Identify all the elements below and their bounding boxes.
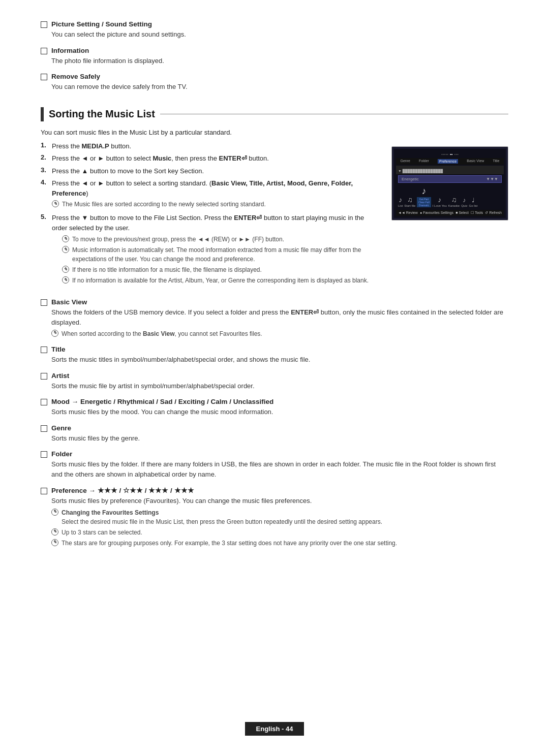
- step-1: 1. Press the MEDIA.P button.: [41, 141, 381, 151]
- step-5-note-4: ✎ If no information is available for the…: [62, 276, 381, 285]
- main-section-title: Sorting the Music List: [49, 108, 155, 120]
- note-icon: ✎: [52, 200, 59, 207]
- preference-body: Sorts music files by preference (Favouri…: [51, 496, 508, 548]
- screen-music-row: ♪ List ♫ Start file ♪ Get Part Clear Fal…: [396, 184, 504, 208]
- subsection-mood: Mood → Energetic / Rhythmical / Sad / Ex…: [41, 398, 508, 417]
- information-body: The photo file information is displayed.: [51, 56, 508, 66]
- pref-note-3: ✎ The stars are for grouping purposes on…: [51, 539, 508, 548]
- numbered-list: 1. Press the MEDIA.P button. 2. Press th…: [41, 141, 381, 287]
- page-footer: English - 44: [0, 722, 549, 736]
- footer-label: English - 44: [245, 722, 304, 736]
- remove-safely-body: You can remove the device safely from th…: [51, 82, 508, 92]
- screen-inner: ••••• •• ••• Genre Folder Preference Bas…: [394, 149, 506, 218]
- mood-title: Mood → Energetic / Rhythmical / Sad / Ex…: [41, 398, 508, 405]
- checkbox-icon-preference: [41, 488, 47, 494]
- subsection-artist: Artist Sorts the music file by artist in…: [41, 372, 508, 391]
- checkbox-icon-genre: [41, 425, 47, 432]
- title-body: Sorts the music titles in symbol/number/…: [51, 355, 508, 365]
- step-5: 5. Press the ▼ button to move to the Fil…: [41, 213, 381, 287]
- section-rule: [160, 114, 508, 114]
- checkbox-icon-mood: [41, 399, 47, 405]
- screen-footer: ◄◄ Review ● Favourites Settings ■ Select…: [396, 210, 504, 216]
- screenshot-box: ••••• •• ••• Genre Folder Preference Bas…: [391, 146, 508, 220]
- checkbox-icon-basic-view: [41, 299, 47, 306]
- checkbox-icon-information: [41, 48, 47, 54]
- main-section-header: Sorting the Music List: [41, 107, 508, 121]
- section-bar: [41, 107, 44, 121]
- remove-safely-title: Remove Safely: [41, 73, 508, 80]
- basic-view-note: ✎ When sorted according to the Basic Vie…: [51, 329, 508, 338]
- note-icon: ✎: [51, 539, 58, 546]
- note-icon: ✎: [62, 235, 69, 242]
- folder-title: Folder: [41, 450, 508, 458]
- main-intro: You can sort music files in the Music Li…: [41, 129, 508, 136]
- checkbox-icon-title: [41, 346, 47, 353]
- screen-tabs: Genre Folder Preference Basic View Title: [396, 158, 504, 165]
- genre-title: Genre: [41, 424, 508, 432]
- screen-dropdown: Energetic ▼▼▼: [398, 175, 502, 183]
- step-4-note: ✎ The Music files are sorted according t…: [52, 200, 381, 209]
- note-icon: ✎: [62, 266, 69, 273]
- artist-body: Sorts the music file by artist in symbol…: [51, 381, 508, 391]
- subsection-basic-view: Basic View Shows the folders of the USB …: [41, 298, 508, 338]
- step-4: 4. Press the ◄ or ► button to select a s…: [41, 178, 381, 210]
- note-icon: ✎: [51, 509, 58, 516]
- note-icon: ✎: [51, 528, 58, 536]
- basic-view-title: Basic View: [41, 298, 508, 306]
- basic-view-body: Shows the folders of the USB memory devi…: [51, 307, 508, 338]
- checkbox-icon-remove: [41, 74, 47, 80]
- step-5-note-2: ✎ Music information is automatically set…: [62, 245, 381, 264]
- note-icon: ✎: [62, 246, 69, 253]
- screen-dots: ••••• •• •••: [396, 151, 504, 158]
- pref-note-2: ✎ Up to 3 stars can be selected.: [51, 528, 508, 537]
- subsection-genre: Genre Sorts music files by the genre.: [41, 424, 508, 444]
- artist-title: Artist: [41, 372, 508, 380]
- step-3: 3. Press the ▲ button to move to the Sor…: [41, 166, 381, 176]
- picture-setting-body: You can select the picture and sound set…: [51, 29, 508, 40]
- information-title: Information: [41, 47, 508, 54]
- checkbox-icon-folder: [41, 451, 47, 458]
- subsection-preference: Preference → ★★★ / ☆★★ / ★★★ / ★★★ Sorts…: [41, 486, 508, 548]
- step-2: 2. Press the ◄ or ► button to select Mus…: [41, 153, 381, 164]
- note-icon: ✎: [51, 330, 58, 337]
- preference-title: Preference → ★★★ / ☆★★ / ★★★ / ★★★: [41, 486, 508, 494]
- checkbox-icon-artist: [41, 373, 47, 380]
- step-5-note-1: ✎ To move to the previous/next group, pr…: [62, 235, 381, 244]
- title-section-title: Title: [41, 345, 508, 353]
- picture-setting-title: Picture Setting / Sound Setting: [41, 20, 508, 28]
- pref-note-1: ✎ Changing the Favourites Settings Selec…: [51, 508, 508, 526]
- folder-body: Sorts music files by the folder. If ther…: [51, 459, 508, 479]
- subsection-folder: Folder Sorts music files by the folder. …: [41, 450, 508, 479]
- subsection-title: Title Sorts the music titles in symbol/n…: [41, 345, 508, 365]
- note-icon: ✎: [62, 276, 69, 284]
- checkbox-icon-picture: [41, 21, 47, 28]
- genre-body: Sorts music files by the genre.: [51, 433, 508, 444]
- screen-searchbar: ▼ ████████████████: [396, 166, 504, 174]
- mood-body: Sorts music files by the mood. You can c…: [51, 407, 508, 417]
- step-5-note-3: ✎ If there is no title information for a…: [62, 265, 381, 274]
